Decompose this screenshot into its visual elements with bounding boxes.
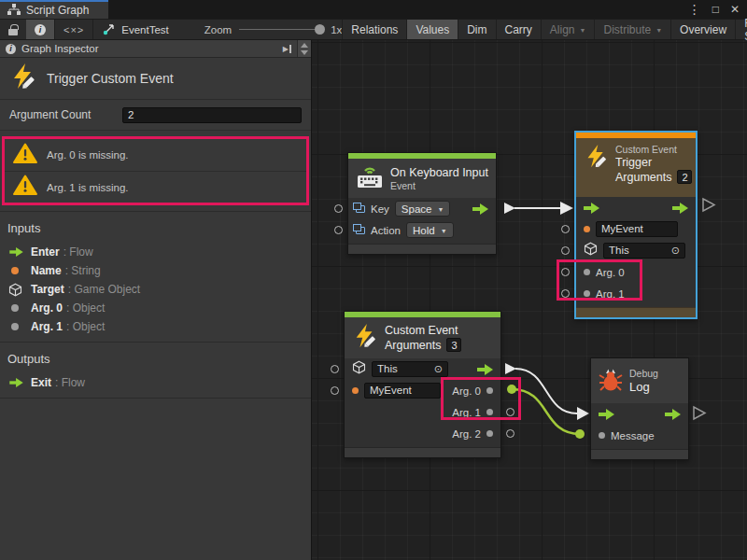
flow-arrow-icon xyxy=(9,378,22,387)
node-category: Debug xyxy=(629,368,658,379)
cube-icon xyxy=(8,283,25,297)
outputs-section: Outputs Exit: Flow xyxy=(0,343,311,398)
window-close-icon[interactable]: ✕ xyxy=(730,3,740,16)
binding-icon xyxy=(356,205,365,213)
action-row: Action Hold ▼ xyxy=(348,219,496,241)
target-field[interactable]: This ⊙ xyxy=(603,243,685,259)
inspector-header: i Graph Inspector ▶ xyxy=(0,40,311,58)
warning-text: Arg. 1 is missing. xyxy=(47,182,129,193)
arguments-count-badge[interactable]: 3 xyxy=(446,338,461,352)
arg-row: Arg. 2 xyxy=(345,423,500,444)
node-header: On Keyboard Input Event xyxy=(348,159,496,198)
object-picker-icon[interactable]: ⊙ xyxy=(434,362,443,376)
cube-icon xyxy=(352,360,366,378)
string-dot-icon xyxy=(11,267,19,274)
annotation-rect-warnings: Arg. 0 is missing. Arg. 1 is missing. xyxy=(2,136,309,205)
target-field[interactable]: This ⊙ xyxy=(372,361,448,377)
inspector-toggle-button[interactable]: i xyxy=(26,20,54,39)
object-dot-icon xyxy=(11,323,19,330)
wire-end-arrow xyxy=(560,202,573,215)
object-picker-icon[interactable]: ⊙ xyxy=(671,244,680,258)
tab-script-graph[interactable]: Script Graph xyxy=(0,0,108,19)
inspector-scroll-spinner[interactable] xyxy=(297,40,311,57)
annotation-rect-event-args xyxy=(441,377,521,420)
key-label: Key xyxy=(371,203,389,215)
carry-button[interactable]: Carry xyxy=(496,20,541,39)
info-icon: i xyxy=(6,44,16,54)
lock-icon xyxy=(8,29,18,35)
event-name-field[interactable]: MyEvent xyxy=(596,221,678,237)
wire-event-to-debug xyxy=(515,369,577,413)
flow-in-arrow-icon xyxy=(599,409,614,420)
warning-row: Arg. 1 is missing. xyxy=(5,171,306,203)
window-maximize-icon[interactable]: □ xyxy=(712,3,719,16)
event-name-field[interactable]: MyEvent xyxy=(364,383,441,399)
graph-canvas[interactable]: On Keyboard Input Event Key Space ▼ xyxy=(312,40,747,560)
custom-event-icon xyxy=(584,144,609,173)
arguments-count-badge[interactable]: 2 xyxy=(677,170,692,184)
node-title: Trigger xyxy=(615,156,692,169)
object-dot-icon xyxy=(486,430,493,437)
chevron-down-icon: ▼ xyxy=(437,206,444,213)
inputs-section: Inputs Enter: Flow Name: String Target: xyxy=(0,212,311,342)
node-footer xyxy=(348,244,496,254)
distribute-button[interactable]: Distribute▼ xyxy=(594,20,670,39)
port-list-item: Exit: Flow xyxy=(0,373,311,392)
annotation-rect-trigger-args xyxy=(557,259,642,301)
warning-icon xyxy=(13,143,37,168)
chevron-down-icon: ▼ xyxy=(580,27,586,34)
input-port[interactable] xyxy=(331,386,339,395)
flow-out-arrow-icon xyxy=(672,203,688,214)
zoom-label: Zoom xyxy=(204,24,232,35)
flow-in-arrow-icon xyxy=(584,203,599,214)
argument-count-label: Argument Count xyxy=(9,108,91,121)
wire-end-port[interactable] xyxy=(575,429,585,439)
message-label: Message xyxy=(611,430,655,441)
code-preview-button[interactable]: <×> xyxy=(55,20,92,39)
window-menu-icon[interactable]: ⋮ xyxy=(688,2,701,17)
key-dropdown[interactable]: Space ▼ xyxy=(395,201,451,217)
node-on-keyboard-input[interactable]: On Keyboard Input Event Key Space ▼ xyxy=(347,152,497,255)
node-debug-log[interactable]: Debug Log Message xyxy=(590,357,689,460)
values-button[interactable]: Values xyxy=(406,20,458,39)
wire-end-arrow xyxy=(577,407,589,420)
flow-row xyxy=(576,197,696,218)
arg-port-label: Arg. 2 xyxy=(452,428,481,440)
overview-button[interactable]: Overview xyxy=(670,20,735,39)
node-title: Log xyxy=(629,380,658,394)
node-header: Custom Event Trigger Arguments 2 xyxy=(576,138,696,197)
binding-icon xyxy=(356,227,365,234)
string-dot-icon xyxy=(352,387,359,394)
input-port[interactable] xyxy=(561,246,570,255)
arguments-label: Arguments xyxy=(385,339,441,352)
input-port[interactable] xyxy=(334,226,343,234)
input-port[interactable] xyxy=(334,204,343,213)
inputs-header: Inputs xyxy=(0,219,311,243)
graph-name-label: EventTest xyxy=(121,24,169,35)
argument-count-input[interactable] xyxy=(122,107,302,123)
graph-breadcrumb[interactable]: EventTest xyxy=(93,22,178,37)
input-port[interactable] xyxy=(331,365,339,373)
input-port[interactable] xyxy=(561,225,570,233)
dim-button[interactable]: Dim xyxy=(458,20,495,39)
lock-button[interactable] xyxy=(0,20,26,39)
window-controls: ⋮ □ ✕ xyxy=(688,0,747,19)
node-footer xyxy=(591,449,688,459)
spin-down-icon xyxy=(301,50,308,55)
flow-out-stub-icon xyxy=(703,199,714,211)
fullscreen-button[interactable]: Full Screen xyxy=(735,20,747,39)
dock-button[interactable]: ▶ xyxy=(277,45,297,53)
action-dropdown[interactable]: Hold ▼ xyxy=(406,222,454,238)
zoom-slider-handle[interactable] xyxy=(315,24,325,35)
node-header: Custom Event Arguments 3 xyxy=(345,317,500,358)
message-row: Message xyxy=(591,425,688,446)
node-category: Custom Event xyxy=(615,144,692,155)
port-list-item: Arg. 1: Object xyxy=(0,317,311,336)
align-button[interactable]: Align▼ xyxy=(541,20,595,39)
event-name-row: MyEvent xyxy=(576,218,696,240)
keyboard-icon xyxy=(356,164,384,193)
output-port[interactable] xyxy=(506,429,514,438)
relations-button[interactable]: Relations xyxy=(342,20,406,39)
node-title: Trigger Custom Event xyxy=(47,71,174,86)
zoom-slider[interactable] xyxy=(239,29,323,30)
